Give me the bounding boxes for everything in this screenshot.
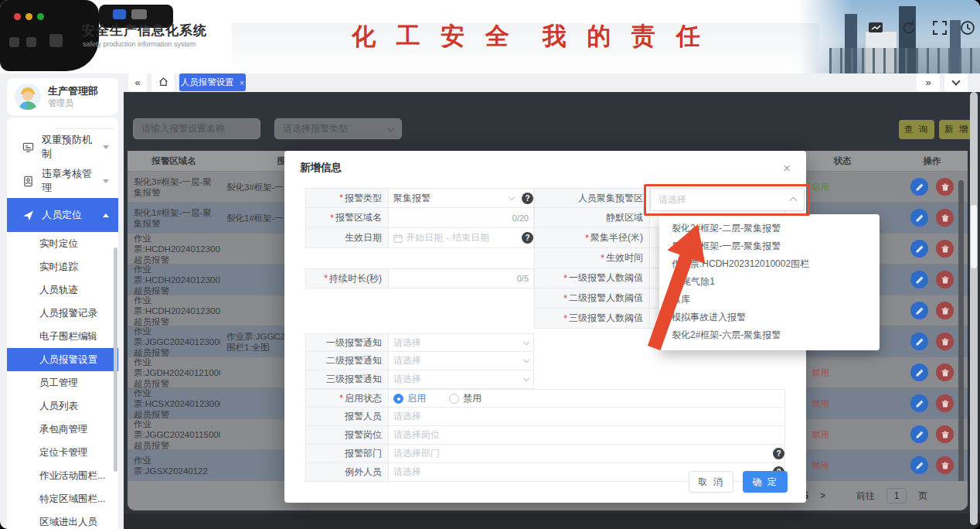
field-label: 一级报警通知 <box>326 336 382 350</box>
sidebar-item-violation-assessment[interactable]: 违章考核管理 <box>7 164 118 198</box>
sidebar-subitem-efence-edit[interactable]: 电子围栏编辑 <box>7 325 118 348</box>
traffic-light-minimize[interactable] <box>26 13 32 20</box>
traffic-light-close[interactable] <box>14 13 21 20</box>
edit-button[interactable] <box>910 178 928 196</box>
delete-button[interactable] <box>936 271 954 288</box>
alarm-type-filter-select[interactable]: 请选择报警类型 <box>274 118 402 139</box>
cancel-button[interactable]: 取 消 <box>689 471 733 493</box>
window-scrollbar-thumb[interactable] <box>971 205 977 268</box>
delete-button[interactable] <box>936 333 954 350</box>
delete-button[interactable] <box>936 240 954 258</box>
sidebar-subitem-area-inout[interactable]: 区域进出人员 <box>7 510 118 529</box>
worker-avatar <box>15 84 41 110</box>
radio-disabled[interactable]: 禁用 <box>449 392 481 405</box>
redacted-icon <box>49 34 63 47</box>
home-tab-button[interactable] <box>151 73 175 91</box>
notify3-select[interactable]: 请选择 <box>389 370 534 389</box>
window-scrollbar-track[interactable] <box>970 92 978 525</box>
tab-close-icon[interactable]: × <box>240 78 244 87</box>
edit-button[interactable] <box>910 456 928 474</box>
area-name-input[interactable]: 0/20 <box>389 208 534 228</box>
edit-button[interactable] <box>910 394 928 412</box>
sidebar-scrollbar[interactable] <box>114 247 117 472</box>
help-icon[interactable]: ? <box>773 448 784 459</box>
field-label: 二级报警通知 <box>326 354 382 367</box>
sidebar-subitem-personnel-list[interactable]: 人员列表 <box>7 394 118 418</box>
edit-button[interactable] <box>910 363 928 381</box>
bottom-strip <box>124 514 980 529</box>
browser-tab-chip <box>113 9 126 19</box>
alarm-person-select[interactable]: 请选择 <box>389 408 785 426</box>
duration-input[interactable]: 0/5 <box>389 268 534 288</box>
modal-title: 新增信息 <box>300 161 342 175</box>
app-window: 安全生产信息化系统 safety production information … <box>0 0 980 529</box>
modal-close-icon[interactable]: × <box>783 162 791 175</box>
sidebar-subitem-realtime-location[interactable]: 实时定位 <box>7 232 118 255</box>
sidebar-subitem-card-mgmt[interactable]: 定位卡管理 <box>7 441 118 464</box>
sidebar-subitem-work-fence[interactable]: 作业活动围栏... <box>7 464 118 487</box>
chevron-down-icon <box>103 145 109 149</box>
expand-tabs-button[interactable]: » <box>917 73 940 91</box>
notify1-select[interactable]: 请选择 <box>389 333 534 352</box>
user-name: 生产管理部 <box>48 84 98 97</box>
radio-enabled[interactable]: 启用 <box>393 392 426 405</box>
fullscreen-icon[interactable] <box>932 20 948 36</box>
refresh-icon[interactable] <box>901 20 917 36</box>
chevron-down-icon <box>523 357 529 363</box>
home-icon <box>158 77 168 89</box>
sidebar-item-personnel-location[interactable]: 人员定位 <box>7 198 118 232</box>
help-icon[interactable]: ? <box>522 193 533 204</box>
alarm-type-select[interactable]: 聚集报警? <box>389 188 534 208</box>
chevron-down-icon <box>387 124 395 131</box>
traffic-light-zoom[interactable] <box>37 13 44 20</box>
sidebar-item-dual-prevention[interactable]: 双重预防机制 <box>7 130 118 164</box>
form-group-bottom: *启用状态 启用 禁用 报警人员 请选择 报警岗位 请选择岗位 报警部门 请选择… <box>305 389 785 482</box>
clock-icon[interactable] <box>960 20 975 36</box>
delete-button[interactable] <box>936 425 954 443</box>
edit-button[interactable] <box>910 425 928 443</box>
field-label: 一级报警人数阈值 <box>569 271 643 285</box>
query-button[interactable]: 查 询 <box>899 120 934 139</box>
notify2-select[interactable]: 请选择 <box>389 352 534 370</box>
edit-button[interactable] <box>910 302 928 319</box>
sidebar-subitem-contractor-mgmt[interactable]: 承包商管理 <box>7 418 118 441</box>
delete-button[interactable] <box>936 209 954 227</box>
user-role: 管理员 <box>48 97 98 109</box>
delete-button[interactable] <box>936 456 954 474</box>
field-label: 人员聚集预警区 <box>578 192 643 205</box>
field-label: 报警区域名 <box>335 211 382 224</box>
navigation-icon <box>22 210 34 221</box>
collapse-sidebar-button[interactable]: « <box>128 73 147 91</box>
edit-button[interactable] <box>910 209 928 227</box>
sidebar-subitem-special-fence[interactable]: 特定区域围栏... <box>7 487 118 510</box>
edit-button[interactable] <box>910 240 928 258</box>
delete-button[interactable] <box>936 178 954 196</box>
presentation-screen-icon[interactable] <box>868 20 883 36</box>
chevron-up-icon <box>103 213 109 217</box>
tab-menu-button[interactable] <box>944 73 968 91</box>
sidebar-subitem-alarm-settings[interactable]: 人员报警设置 <box>7 348 118 371</box>
help-icon[interactable]: ? <box>522 232 533 244</box>
effective-date-range-picker[interactable]: 开始日期-结束日期? <box>389 228 534 248</box>
sidebar-subitem-alarm-records[interactable]: 人员报警记录 <box>7 302 118 325</box>
delete-button[interactable] <box>936 302 954 319</box>
sidebar-subitem-employee-mgmt[interactable]: 员工管理 <box>7 371 118 394</box>
field-label: 生效日期 <box>345 231 382 244</box>
table-scrollbar[interactable] <box>958 180 964 483</box>
delete-button[interactable] <box>936 363 954 381</box>
delete-button[interactable] <box>936 394 954 412</box>
edit-button[interactable] <box>910 271 928 288</box>
search-input[interactable]: 请输入报警设置名称 <box>133 118 260 139</box>
next-page-button[interactable]: > <box>820 490 825 501</box>
field-label: 静默区域 <box>606 211 643 224</box>
edit-button[interactable] <box>910 333 928 350</box>
confirm-button[interactable]: 确 定 <box>743 471 788 493</box>
tab-personnel-alarm-settings[interactable]: 人员报警设置 × <box>179 73 246 91</box>
sidebar-subitem-realtime-tracking[interactable]: 实时追踪 <box>7 255 118 278</box>
alarm-dept-select[interactable]: 请选择部门? <box>389 445 785 463</box>
sidebar-menu: 双重预防机制 违章考核管理 人员定位 实时定位 实时追踪 人员轨迹 人员报警记录… <box>7 118 118 529</box>
alarm-post-select[interactable]: 请选择岗位 <box>389 426 785 445</box>
sidebar-subitem-personnel-track[interactable]: 人员轨迹 <box>7 278 118 302</box>
field-label: 生效时间 <box>606 251 643 264</box>
goto-page-input[interactable]: 1 <box>886 488 907 503</box>
